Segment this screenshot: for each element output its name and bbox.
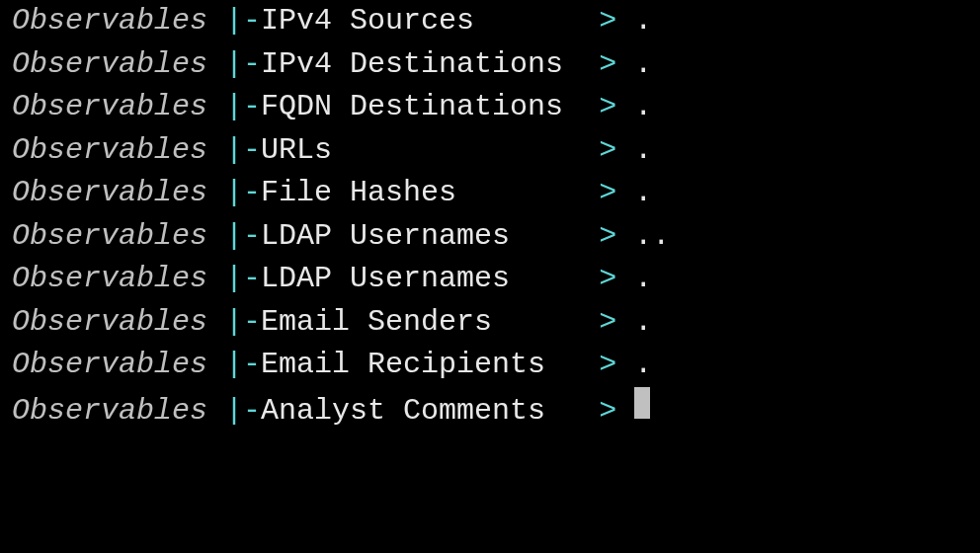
arrow-icon: >	[599, 129, 634, 173]
input-value[interactable]: .	[634, 43, 652, 87]
input-value[interactable]: .	[634, 258, 652, 301]
prompt-line[interactable]: Observables |-Email Senders > .	[12, 301, 968, 345]
category-label: Observables	[12, 43, 207, 87]
prompt-line[interactable]: Observables |-LDAP Usernames > .	[12, 258, 968, 301]
prompt-line[interactable]: Observables |-Analyst Comments >	[12, 387, 968, 434]
arrow-icon: >	[599, 43, 634, 87]
terminal-output: Observables |-IPv4 Sources > . Observabl…	[0, 0, 980, 433]
input-value[interactable]: .	[634, 0, 652, 43]
pipe-dash: |-	[207, 258, 261, 301]
input-value[interactable]: .	[634, 344, 652, 387]
pipe-dash: |-	[207, 0, 261, 43]
arrow-icon: >	[599, 390, 634, 434]
field-name: URLs	[261, 129, 599, 173]
prompt-line[interactable]: Observables |-LDAP Usernames > ..	[12, 215, 968, 259]
prompt-line[interactable]: Observables |-FQDN Destinations > .	[12, 86, 968, 129]
input-value[interactable]: .	[634, 129, 652, 173]
pipe-dash: |-	[207, 390, 261, 434]
category-label: Observables	[12, 301, 207, 345]
pipe-dash: |-	[207, 215, 261, 259]
field-name: Email Senders	[261, 301, 599, 345]
field-name: File Hashes	[261, 172, 599, 215]
prompt-line[interactable]: Observables |-URLs > .	[12, 129, 968, 173]
category-label: Observables	[12, 258, 207, 301]
pipe-dash: |-	[207, 301, 261, 345]
field-name: Analyst Comments	[261, 390, 599, 434]
arrow-icon: >	[599, 344, 634, 387]
pipe-dash: |-	[207, 344, 261, 387]
terminal-cursor	[634, 387, 650, 419]
pipe-dash: |-	[207, 86, 261, 129]
arrow-icon: >	[599, 301, 634, 345]
prompt-line[interactable]: Observables |-IPv4 Sources > .	[12, 0, 968, 43]
field-name: FQDN Destinations	[261, 86, 599, 129]
pipe-dash: |-	[207, 172, 261, 215]
field-name: IPv4 Destinations	[261, 43, 599, 87]
category-label: Observables	[12, 172, 207, 215]
prompt-line[interactable]: Observables |-File Hashes > .	[12, 172, 968, 215]
category-label: Observables	[12, 215, 207, 259]
arrow-icon: >	[599, 258, 634, 301]
prompt-line[interactable]: Observables |-IPv4 Destinations > .	[12, 43, 968, 87]
input-value[interactable]: .	[634, 172, 652, 215]
category-label: Observables	[12, 390, 207, 434]
input-value[interactable]: ..	[634, 215, 670, 259]
category-label: Observables	[12, 86, 207, 129]
category-label: Observables	[12, 0, 207, 43]
arrow-icon: >	[599, 86, 634, 129]
field-name: IPv4 Sources	[261, 0, 599, 43]
field-name: LDAP Usernames	[261, 215, 599, 259]
pipe-dash: |-	[207, 43, 261, 87]
prompt-line[interactable]: Observables |-Email Recipients > .	[12, 344, 968, 387]
input-value[interactable]: .	[634, 86, 652, 129]
arrow-icon: >	[599, 172, 634, 215]
arrow-icon: >	[599, 215, 634, 259]
pipe-dash: |-	[207, 129, 261, 173]
field-name: LDAP Usernames	[261, 258, 599, 301]
category-label: Observables	[12, 129, 207, 173]
field-name: Email Recipients	[261, 344, 599, 387]
category-label: Observables	[12, 344, 207, 387]
arrow-icon: >	[599, 0, 634, 43]
input-value[interactable]: .	[634, 301, 652, 345]
